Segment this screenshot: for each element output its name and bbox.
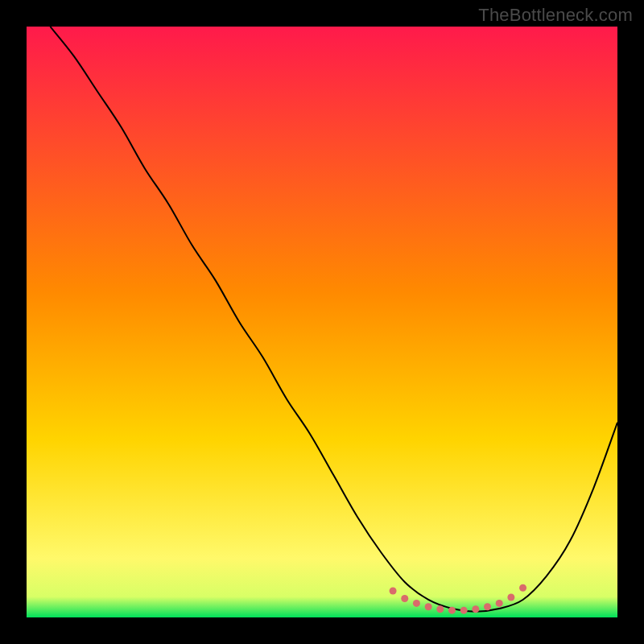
gradient-background (27, 27, 617, 617)
watermark-text: TheBottleneck.com (478, 5, 633, 26)
dot (472, 605, 479, 613)
dot (448, 607, 456, 614)
dot (519, 584, 526, 592)
dot (460, 607, 468, 614)
dot (436, 605, 444, 613)
plot-area (27, 27, 617, 617)
dot (484, 603, 491, 610)
dot (507, 594, 514, 601)
dot (425, 603, 432, 610)
dot (390, 587, 397, 594)
chart-canvas: TheBottleneck.com (0, 0, 644, 644)
dot (413, 600, 420, 607)
dot (496, 600, 503, 607)
plot-svg (27, 27, 617, 617)
dot (401, 595, 408, 602)
